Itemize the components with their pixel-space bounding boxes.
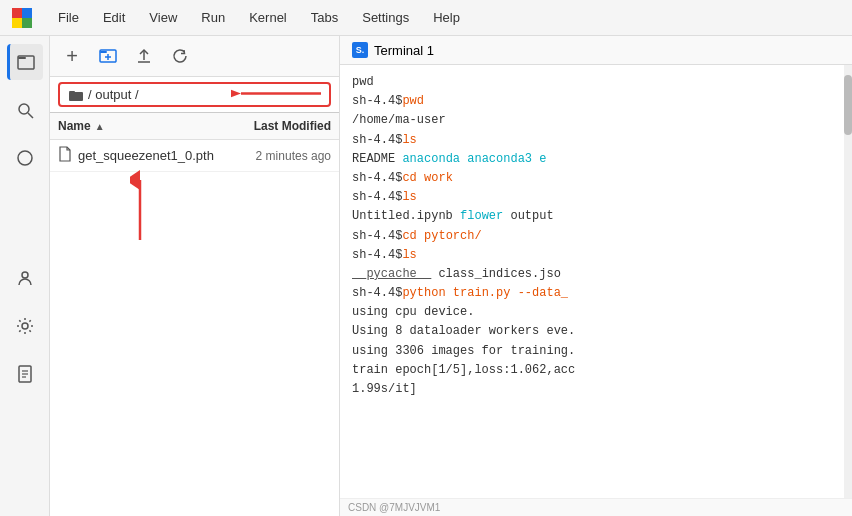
table-row[interactable]: get_squeezenet1_0.pth 2 minutes ago bbox=[50, 140, 339, 172]
file-panel: + bbox=[50, 36, 340, 516]
menu-help[interactable]: Help bbox=[423, 6, 470, 29]
terminal-body[interactable]: pwd sh-4.4$pwd /home/ma-user sh-4.4$ls R… bbox=[340, 65, 844, 498]
terminal-line: __pycache__ class_indices.jso bbox=[352, 265, 832, 284]
new-launcher-button[interactable]: + bbox=[58, 42, 86, 70]
svg-point-6 bbox=[22, 323, 28, 329]
terminal-scrollbar[interactable] bbox=[844, 65, 852, 498]
svg-rect-0 bbox=[18, 57, 26, 59]
breadcrumb-text: / output / bbox=[88, 87, 139, 102]
svg-rect-18 bbox=[69, 91, 75, 93]
file-name: get_squeezenet1_0.pth bbox=[78, 148, 214, 163]
terminal-line: sh-4.4$cd work bbox=[352, 169, 832, 188]
annotation-up-arrow bbox=[130, 170, 190, 253]
terminal-scrollbar-thumb bbox=[844, 75, 852, 135]
terminal-line: sh-4.4$ls bbox=[352, 131, 832, 150]
terminal-line: train epoch[1/5],loss:1.062,acc bbox=[352, 361, 832, 380]
menu-file[interactable]: File bbox=[48, 6, 89, 29]
file-toolbar: + bbox=[50, 36, 339, 77]
terminal-title: Terminal 1 bbox=[374, 43, 434, 58]
terminal-line: Using 8 dataloader workers eve. bbox=[352, 322, 832, 341]
terminal-line: /home/ma-user bbox=[352, 111, 832, 130]
sidebar-icon-search[interactable] bbox=[7, 92, 43, 128]
terminal-line: using 3306 images for training. bbox=[352, 342, 832, 361]
status-text: CSDN @7MJVJVM1 bbox=[348, 502, 440, 513]
terminal-line: sh-4.4$cd pytorch/ bbox=[352, 227, 832, 246]
terminal-line: sh-4.4$ls bbox=[352, 188, 832, 207]
menu-tabs[interactable]: Tabs bbox=[301, 6, 348, 29]
file-icon bbox=[58, 146, 72, 165]
sidebar-icon-page[interactable] bbox=[7, 356, 43, 392]
menu-kernel[interactable]: Kernel bbox=[239, 6, 297, 29]
refresh-button[interactable] bbox=[166, 42, 194, 70]
terminal-line: sh-4.4$ls bbox=[352, 246, 832, 265]
terminal-icon: S. bbox=[352, 42, 368, 58]
menu-view[interactable]: View bbox=[139, 6, 187, 29]
menubar: File Edit View Run Kernel Tabs Settings … bbox=[0, 0, 852, 36]
terminal-line: README anaconda anaconda3 e bbox=[352, 150, 832, 169]
file-list: get_squeezenet1_0.pth 2 minutes ago bbox=[50, 140, 339, 172]
terminal-header: S. Terminal 1 bbox=[340, 36, 852, 65]
sidebar bbox=[0, 36, 50, 516]
svg-line-3 bbox=[28, 113, 33, 118]
sidebar-icon-gear[interactable] bbox=[7, 308, 43, 344]
app-logo[interactable] bbox=[8, 4, 36, 32]
terminal-line: Untitled.ipynb flower output bbox=[352, 207, 832, 226]
upload-button[interactable] bbox=[130, 42, 158, 70]
col-modified-header: Last Modified bbox=[201, 119, 331, 133]
sidebar-icon-people[interactable] bbox=[7, 260, 43, 296]
svg-point-4 bbox=[18, 151, 32, 165]
sort-arrow-icon: ▲ bbox=[95, 121, 105, 132]
svg-rect-11 bbox=[100, 51, 107, 53]
svg-rect-17 bbox=[69, 92, 83, 101]
sidebar-icon-files[interactable] bbox=[7, 44, 43, 80]
menu-edit[interactable]: Edit bbox=[93, 6, 135, 29]
terminal-line: 1.99s/it] bbox=[352, 380, 832, 399]
sidebar-icon-circle[interactable] bbox=[7, 140, 43, 176]
terminal-line: pwd bbox=[352, 73, 832, 92]
breadcrumb[interactable]: / output / bbox=[58, 82, 331, 107]
file-modified: 2 minutes ago bbox=[214, 149, 331, 163]
svg-point-2 bbox=[19, 104, 29, 114]
svg-point-5 bbox=[22, 272, 28, 278]
terminal-panel: S. Terminal 1 pwd sh-4.4$pwd /home/ma-us… bbox=[340, 36, 852, 516]
terminal-line: sh-4.4$pwd bbox=[352, 92, 832, 111]
menu-settings[interactable]: Settings bbox=[352, 6, 419, 29]
col-name-header[interactable]: Name ▲ bbox=[58, 119, 201, 133]
terminal-line: sh-4.4$python train.py --data_ bbox=[352, 284, 832, 303]
terminal-line: using cpu device. bbox=[352, 303, 832, 322]
menu-run[interactable]: Run bbox=[191, 6, 235, 29]
file-list-header: Name ▲ Last Modified bbox=[50, 113, 339, 140]
new-folder-button[interactable] bbox=[94, 42, 122, 70]
